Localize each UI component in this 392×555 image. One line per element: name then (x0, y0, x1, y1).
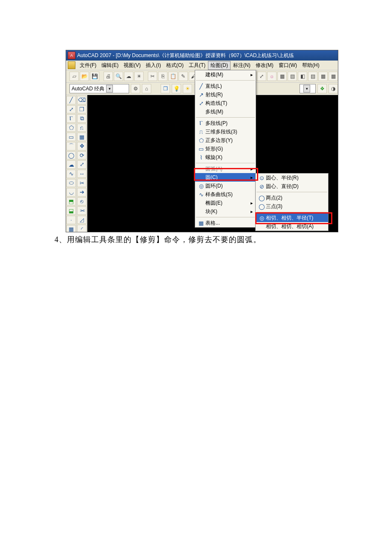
pline-icon: Ⲅ (197, 120, 205, 127)
submenu-center-diam[interactable]: ⊘ 圆心、直径(D) (256, 182, 328, 191)
menu-polygon[interactable]: ⬠ 正多边形(Y) (195, 136, 256, 145)
menu-bar: 文件(F) 编辑(E) 视图(V) 插入(I) 格式(O) 工具(T) 绘图(D… (66, 61, 338, 70)
menu-model[interactable]: 建模(M) ▸ (195, 70, 256, 79)
tool-b-icon[interactable]: ▦ (277, 72, 287, 81)
submenu-2pt[interactable]: ◯ 两点(2) (256, 194, 328, 202)
menu-pline[interactable]: Ⲅ 多段线(P) (195, 119, 256, 127)
calc-icon[interactable]: ▦ (318, 72, 328, 81)
plot-icon[interactable]: 🖨 (104, 72, 113, 81)
match-icon[interactable]: ✎ (179, 72, 188, 81)
hatch-icon[interactable]: ▦ (66, 225, 76, 232)
right-b-icon[interactable]: ◑ (329, 84, 338, 93)
cut-icon[interactable]: ✂ (148, 72, 157, 81)
zoom-icon[interactable]: ⤢ (257, 72, 266, 81)
move-icon[interactable]: ✥ (77, 142, 86, 150)
make-block-icon[interactable]: ⬓ (66, 206, 76, 215)
insert-block-icon[interactable]: ⬒ (66, 197, 76, 206)
submenu-ttr[interactable]: ◎ 相切、相切、半径(T) (256, 214, 328, 222)
tool-f-icon[interactable]: ▦ (329, 72, 338, 81)
menu-rect[interactable]: ▭ 矩形(G) (195, 145, 256, 153)
sheet-icon[interactable]: ☀ (134, 72, 144, 81)
scale-icon[interactable]: ⤢ (77, 160, 86, 169)
menu-draw[interactable]: 绘图(D) (208, 61, 231, 70)
submenu-3pt[interactable]: ◯ 三点(3) (256, 202, 328, 211)
ellipse-icon[interactable]: ⬭ (66, 179, 76, 188)
menu-modify[interactable]: 修改(M) (253, 61, 276, 70)
right-selector[interactable]: ▾ (300, 84, 316, 93)
menu-edit[interactable]: 编辑(E) (99, 61, 121, 70)
mirror-icon[interactable]: ⧉ (77, 114, 86, 123)
menu-dim[interactable]: 标注(N) (231, 61, 253, 70)
menu-spline[interactable]: ∿ 样条曲线(S) (195, 190, 256, 199)
rect-icon[interactable]: ▭ (66, 133, 76, 141)
draw-toolbar: ╱ ⤢ Ⲅ ⬠ ▭ ⌒ ◯ ☁ ∿ ⬭ ◡ ⬒ ⬓ · ▦ (66, 95, 77, 232)
extend-icon[interactable]: ➔ (77, 188, 86, 197)
menu-help[interactable]: 帮助(H) (300, 61, 322, 70)
circle-icon[interactable]: ◯ (66, 151, 76, 160)
menu-tools[interactable]: 工具(T) (186, 61, 208, 70)
stretch-icon[interactable]: ↔ (77, 170, 86, 178)
new-icon[interactable]: ▱ (69, 72, 79, 81)
line-icon[interactable]: ╱ (66, 96, 76, 104)
break-icon[interactable]: ⎋ (77, 197, 86, 206)
submenu-center-radius[interactable]: ⊙ 圆心、半径(R) (256, 173, 328, 182)
preview-icon[interactable]: 🔍 (114, 72, 123, 81)
revcloud-icon[interactable]: ☁ (66, 160, 76, 169)
menu-line[interactable]: ╱ 直线(L) (195, 82, 256, 90)
menu-ray[interactable]: ↗ 射线(R) (195, 90, 256, 99)
menu-circle[interactable]: 圆(C) ▸ (195, 173, 256, 182)
menu-3dpoly[interactable]: ⎍ 三维多段线(3) (195, 127, 256, 136)
menu-arc[interactable]: 圆弧(A) ▸ (195, 165, 256, 173)
right-a-icon[interactable]: ❖ (317, 84, 327, 93)
layer-freeze-icon[interactable]: ☀ (183, 84, 192, 93)
menu-helix[interactable]: ⌇ 螺旋(X) (195, 153, 256, 162)
polygon-icon[interactable]: ⬠ (66, 124, 76, 132)
workspace-selector[interactable]: AutoCAD 经典 ▾ (69, 84, 129, 93)
menu-xline[interactable]: ⤢ 构造线(T) (195, 99, 256, 107)
save-icon[interactable]: 💾 (90, 72, 99, 81)
rotate-icon[interactable]: ⟳ (77, 151, 86, 160)
paste-icon[interactable]: 📋 (168, 72, 178, 81)
menu-format[interactable]: 格式(O) (164, 61, 186, 70)
pline-icon[interactable]: Ⲅ (66, 114, 76, 123)
3dpoly-icon: ⎍ (197, 129, 205, 135)
tool-d-icon[interactable]: ◧ (298, 72, 307, 81)
menu-view[interactable]: 视图(V) (121, 61, 143, 70)
layer-on-icon[interactable]: 💡 (172, 84, 181, 93)
menu-window[interactable]: 窗口(W) (276, 61, 300, 70)
join-icon[interactable]: ⫘ (77, 206, 86, 215)
ws-home-icon[interactable]: ⌂ (142, 84, 151, 93)
menu-insert[interactable]: 插入(I) (143, 61, 163, 70)
fillet-icon[interactable]: ◜ (77, 225, 86, 232)
tool-c-icon[interactable]: ▤ (288, 72, 297, 81)
arc-icon[interactable]: ⌒ (66, 142, 76, 150)
menu-mline[interactable]: 多线(M) (195, 107, 256, 116)
array-icon[interactable]: ▦ (77, 133, 86, 141)
menu-table[interactable]: ▦ 表格... (195, 219, 256, 227)
trim-icon[interactable]: ✂ (77, 179, 86, 187)
dropdown-icon[interactable]: ▾ (303, 85, 310, 92)
copy-icon[interactable]: ⎘ (158, 72, 167, 81)
tool-e-icon[interactable]: ▤ (308, 72, 317, 81)
copy-obj-icon[interactable]: ❐ (77, 105, 86, 114)
ellipse-arc-icon[interactable]: ◡ (66, 188, 76, 197)
submenu-tta[interactable]: 相切、相切、相切(A) (256, 222, 328, 231)
open-icon[interactable]: 📂 (80, 72, 89, 81)
circle-d-icon: ⊘ (257, 183, 266, 190)
menu-file[interactable]: 文件(F) (77, 61, 99, 70)
rect-icon: ▭ (197, 146, 205, 152)
spline-icon[interactable]: ∿ (66, 170, 76, 178)
publish-icon[interactable]: ☁ (124, 72, 133, 81)
point-icon[interactable]: · (66, 216, 76, 224)
tool-a-icon[interactable]: ☼ (267, 72, 277, 81)
ws-settings-icon[interactable]: ⚙ (131, 84, 140, 93)
chamfer-icon[interactable]: ◿ (77, 216, 86, 224)
erase-icon[interactable]: ⌫ (77, 96, 86, 104)
menu-donut[interactable]: ◎ 圆环(D) (195, 182, 256, 190)
offset-icon[interactable]: ⎌ (77, 124, 86, 132)
menu-block[interactable]: 块(K) ▸ (195, 207, 256, 216)
dropdown-icon[interactable]: ▾ (106, 85, 113, 92)
menu-ellipse[interactable]: 椭圆(E) ▸ (195, 199, 256, 207)
layers-icon[interactable]: ❒ (161, 84, 170, 93)
xline-icon[interactable]: ⤢ (66, 105, 76, 114)
